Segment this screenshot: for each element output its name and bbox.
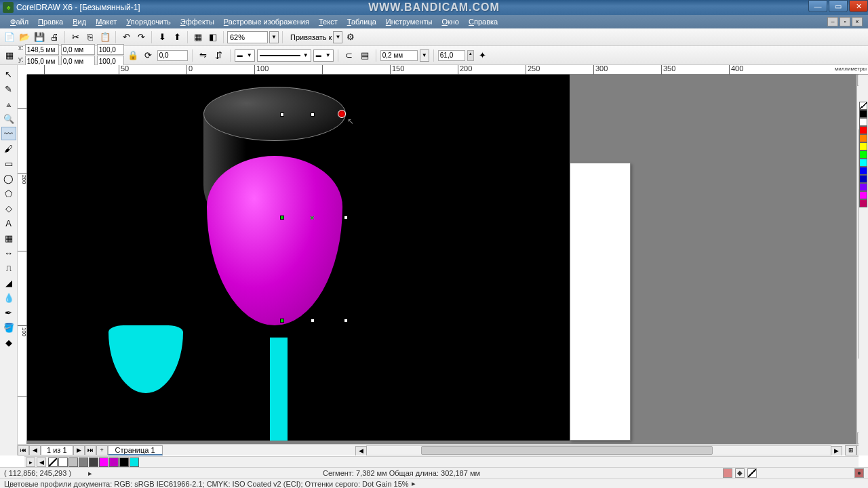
- menu-text[interactable]: Текст: [314, 16, 342, 27]
- page-tab[interactable]: Страница 1: [108, 445, 163, 455]
- palette-swatch[interactable]: [99, 458, 108, 467]
- color-swatch[interactable]: [859, 175, 867, 183]
- import-button[interactable]: ⬇: [155, 30, 169, 44]
- end-arrow-select[interactable]: ▬▼: [313, 49, 334, 62]
- add-page-button[interactable]: +: [96, 445, 108, 455]
- zoom-input[interactable]: [227, 31, 268, 43]
- options-button[interactable]: ⚙: [344, 30, 357, 44]
- connector-tool[interactable]: ⎍: [1, 261, 16, 274]
- selection-handle[interactable]: [311, 319, 315, 323]
- prev-page-button[interactable]: ◀: [29, 445, 41, 455]
- undo-button[interactable]: ↶: [119, 30, 133, 44]
- menu-file[interactable]: Файл: [5, 16, 33, 27]
- copy-button[interactable]: ⎘: [83, 30, 97, 44]
- menu-window[interactable]: Окно: [437, 16, 464, 27]
- color-swatch[interactable]: [859, 183, 867, 191]
- color-swatch[interactable]: [859, 167, 867, 175]
- selection-handle[interactable]: [280, 113, 284, 117]
- status-fill-indicator[interactable]: [723, 468, 732, 478]
- pick-tool[interactable]: ↖: [1, 67, 16, 81]
- color-swatch[interactable]: [859, 199, 867, 207]
- artistic-media-tool[interactable]: 🖌: [1, 142, 16, 155]
- outline-width-input[interactable]: [380, 50, 418, 61]
- lock-ratio-button[interactable]: 🔒: [126, 49, 140, 62]
- palette-swatch[interactable]: [58, 458, 68, 467]
- freehand-tool[interactable]: 〰: [1, 127, 16, 140]
- rectangle-tool[interactable]: ▭: [1, 157, 16, 170]
- close-curve-button[interactable]: ⊂: [342, 49, 356, 62]
- menu-arrange[interactable]: Упорядочить: [121, 16, 175, 27]
- menu-tools[interactable]: Инструменты: [381, 16, 437, 27]
- selection-handle[interactable]: [344, 319, 348, 323]
- color-swatch[interactable]: [859, 126, 867, 134]
- color-swatch[interactable]: [859, 191, 867, 199]
- maximize-button[interactable]: ▭: [829, 0, 848, 12]
- color-swatch[interactable]: [859, 150, 867, 159]
- horizontal-ruler[interactable]: миллиметры 500100150200250300350400: [27, 65, 868, 75]
- fill-flyout-button[interactable]: ◆: [735, 468, 745, 478]
- app-launcher-button[interactable]: ▦: [191, 30, 205, 44]
- outline-flyout-button[interactable]: [747, 468, 757, 478]
- selection-handle[interactable]: [344, 216, 348, 220]
- mesh-node-handle[interactable]: [338, 110, 346, 118]
- palette-scroll-left[interactable]: ◀: [37, 458, 46, 467]
- interactive-tool[interactable]: ◢: [1, 276, 16, 289]
- menu-table[interactable]: Таблица: [342, 16, 381, 27]
- vertical-ruler[interactable]: 200100: [18, 75, 27, 444]
- menu-layout[interactable]: Макет: [91, 16, 121, 27]
- doc-minimize-button[interactable]: –: [827, 17, 838, 26]
- palette-swatch[interactable]: [89, 458, 98, 467]
- mirror-v-button[interactable]: ⇵: [212, 49, 226, 62]
- crop-tool[interactable]: ⟁: [1, 97, 16, 110]
- scale-x-input[interactable]: [97, 44, 124, 55]
- menu-bitmaps[interactable]: Растровые изображения: [219, 16, 314, 27]
- horizontal-scrollbar[interactable]: ◀ ▶: [366, 445, 831, 455]
- color-swatch[interactable]: [859, 142, 867, 150]
- print-button[interactable]: 🖨: [47, 30, 61, 44]
- eyedropper-tool[interactable]: 💧: [1, 291, 16, 304]
- palette-swatch[interactable]: [130, 458, 139, 467]
- menu-help[interactable]: Справка: [464, 16, 502, 27]
- bounding-box-button[interactable]: ✦: [476, 49, 490, 62]
- paste-button[interactable]: 📋: [98, 30, 112, 44]
- menu-edit[interactable]: Правка: [33, 16, 68, 27]
- text-tool[interactable]: A: [1, 216, 16, 230]
- color-swatch[interactable]: [859, 118, 867, 126]
- last-page-button[interactable]: ⏭: [85, 445, 96, 455]
- color-swatch[interactable]: [859, 134, 867, 142]
- fill-tool[interactable]: 🪣: [1, 321, 16, 334]
- no-fill-swatch[interactable]: [859, 102, 867, 110]
- menu-view[interactable]: Вид: [68, 16, 91, 27]
- shape-tool[interactable]: ✎: [1, 82, 16, 96]
- selection-mode-icon[interactable]: ▦: [3, 49, 16, 62]
- palette-swatch[interactable]: [119, 458, 129, 467]
- close-button[interactable]: ✕: [849, 0, 868, 12]
- basic-shapes-tool[interactable]: ◇: [1, 201, 16, 215]
- export-button[interactable]: ⬆: [170, 30, 184, 44]
- scroll-left-button[interactable]: ◀: [355, 446, 367, 456]
- hscroll-thumb[interactable]: [421, 446, 713, 455]
- table-tool[interactable]: ▦: [1, 231, 16, 245]
- navigator-button[interactable]: ⊞: [845, 445, 856, 455]
- selection-handle[interactable]: [280, 216, 284, 220]
- interactive-fill-tool[interactable]: ◆: [1, 336, 16, 349]
- outline-tool[interactable]: ✒: [1, 306, 16, 319]
- color-swatch[interactable]: [859, 110, 867, 118]
- minimize-button[interactable]: —: [808, 0, 827, 12]
- color-swatch[interactable]: [859, 159, 867, 167]
- menu-effects[interactable]: Эффекты: [176, 16, 219, 27]
- extra-value-input[interactable]: [438, 50, 465, 61]
- doc-close-button[interactable]: ×: [852, 17, 863, 26]
- width-input[interactable]: [61, 44, 95, 55]
- palette-swatch[interactable]: [68, 458, 78, 467]
- zoom-dropdown[interactable]: ▼: [269, 31, 279, 43]
- next-page-button[interactable]: ▶: [73, 445, 85, 455]
- welcome-button[interactable]: ◧: [206, 30, 220, 44]
- extra-spinner[interactable]: ▴: [467, 50, 474, 61]
- ellipse-tool[interactable]: ◯: [1, 171, 16, 185]
- polygon-tool[interactable]: ⬠: [1, 186, 16, 200]
- dimension-tool[interactable]: ↔: [1, 246, 16, 260]
- line-style-select[interactable]: ▼: [257, 49, 311, 62]
- new-button[interactable]: 📄: [3, 30, 16, 44]
- zoom-tool[interactable]: 🔍: [1, 112, 16, 125]
